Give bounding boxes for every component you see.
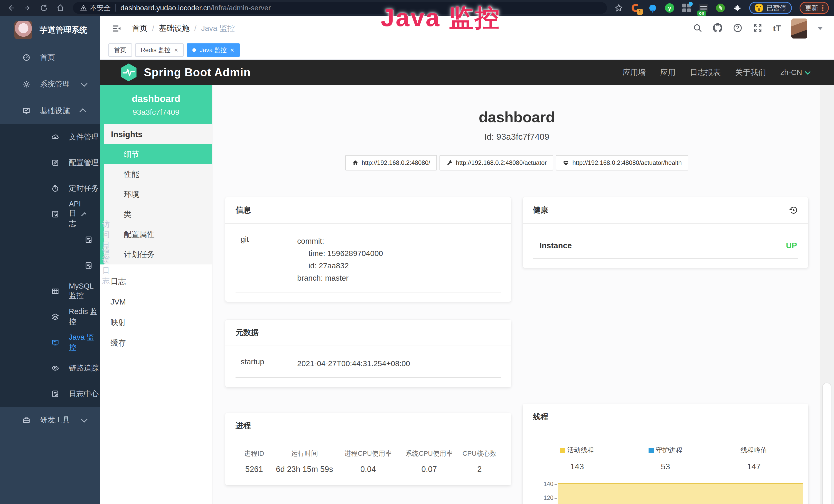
search-icon[interactable] xyxy=(693,23,702,34)
extension-grid-icon[interactable] xyxy=(681,3,692,13)
tab-redis-monitor[interactable]: Redis 监控 × xyxy=(135,43,184,57)
browser-menu-dots-icon[interactable] xyxy=(822,5,824,11)
sidebar-item-access-log[interactable]: 访问日志 xyxy=(0,227,100,253)
paused-extension-pill[interactable]: 已暂停 xyxy=(749,2,792,14)
sidebar-item-label: 日志中心 xyxy=(69,389,98,399)
browser-home-button[interactable] xyxy=(54,2,66,14)
log-edit-icon xyxy=(85,261,92,269)
screenshot-annotation: Java 监控 xyxy=(381,2,501,35)
sidebar-item-scheduled-jobs[interactable]: 定时任务 xyxy=(0,176,100,201)
sba-menu-scheduled-tasks[interactable]: 计划任务 xyxy=(104,245,212,265)
sba-menu-logfile[interactable]: 日志 xyxy=(100,271,212,292)
eye-icon xyxy=(51,364,59,372)
url-path: /infra/admin-server xyxy=(211,4,271,12)
browser-update-button[interactable]: 更新 xyxy=(799,2,829,14)
sidebar-item-redis-monitor[interactable]: Redis 监控 xyxy=(0,304,100,330)
sba-iframe: Spring Boot Admin 应用墙 应用 日志报表 关于我们 zh-CN xyxy=(100,60,834,504)
service-url-button[interactable]: http://192.168.0.2:48080/ xyxy=(345,155,437,170)
sidebar-item-mysql-monitor[interactable]: MySQL 监控 xyxy=(0,278,100,304)
home-icon xyxy=(352,159,358,166)
process-col-pid: 进程ID xyxy=(236,448,273,461)
extension-y-icon[interactable]: y xyxy=(664,3,675,13)
fullscreen-icon[interactable] xyxy=(753,23,763,34)
info-value: commit: time: 1596289704000 id: 27aa832 … xyxy=(297,235,383,284)
sidebar-item-api-log[interactable]: API 日志 xyxy=(0,201,100,227)
sidebar-item-java-monitor[interactable]: Java 监控 xyxy=(0,330,100,356)
extension-sprout-icon[interactable] xyxy=(715,3,726,13)
browser-address-bar[interactable]: 不安全 dashboard.yudao.iocoder.cn /infra/ad… xyxy=(73,2,607,14)
help-icon[interactable] xyxy=(733,23,743,34)
monitor-chart-icon xyxy=(23,107,30,115)
git-branch-line: branch: master xyxy=(297,272,383,284)
sba-instance-name: dashboard xyxy=(103,93,209,104)
extensions-puzzle-icon[interactable] xyxy=(732,3,743,13)
sidebar-item-label: Java 监控 xyxy=(69,332,100,353)
sidebar-item-error-log[interactable]: 错误日志 xyxy=(0,253,100,278)
font-size-icon[interactable]: tT xyxy=(773,23,781,33)
metadata-card-title: 元数据 xyxy=(236,327,259,338)
browser-back-button[interactable] xyxy=(5,2,17,14)
sba-menu-jvm[interactable]: JVM xyxy=(100,292,212,312)
tab-java-monitor[interactable]: Java 监控 × xyxy=(187,43,240,57)
sidebar-item-home[interactable]: 首页 xyxy=(0,44,100,71)
chart-plot-area xyxy=(557,481,804,504)
actuator-url-button[interactable]: http://192.168.0.2:48080/actuator xyxy=(439,155,553,170)
sba-language-selector[interactable]: zh-CN xyxy=(780,68,809,77)
browser-forward-button[interactable] xyxy=(22,2,34,14)
avatar-caret-icon[interactable] xyxy=(817,27,823,30)
sidebar-item-infrastructure[interactable]: 基础设施 xyxy=(0,97,100,124)
sba-menu-details[interactable]: 细节 xyxy=(104,144,212,164)
sidebar-item-tracing[interactable]: 链路追踪 xyxy=(0,356,100,381)
breadcrumb-separator: / xyxy=(194,24,196,33)
blue-swatch-icon xyxy=(649,448,654,453)
health-url-button[interactable]: http://192.168.0.2:48080/actuator/health xyxy=(556,155,688,170)
process-pid-value: 5261 xyxy=(236,461,273,476)
sidebar-item-config-mgmt[interactable]: 配置管理 xyxy=(0,150,100,176)
sba-brand-title: Spring Boot Admin xyxy=(144,66,251,79)
sba-menu-classes[interactable]: 类 xyxy=(104,204,212,224)
cloud-upload-icon xyxy=(51,133,59,141)
chevron-down-icon xyxy=(81,416,87,422)
breadcrumb-home[interactable]: 首页 xyxy=(132,23,148,33)
breadcrumb-infra[interactable]: 基础设施 xyxy=(159,23,190,33)
security-status-label[interactable]: 不安全 xyxy=(90,3,111,13)
sba-instance-header[interactable]: dashboard 93a3fc7f7409 xyxy=(100,85,212,124)
sba-brand[interactable]: Spring Boot Admin xyxy=(120,63,251,82)
history-icon[interactable] xyxy=(789,206,798,215)
tab-label: Redis 监控 xyxy=(141,46,171,54)
process-col-uptime: 运行时间 xyxy=(273,448,336,461)
app-logo-row[interactable]: 芋道管理系统 xyxy=(0,16,100,44)
sba-menu-mappings[interactable]: 映射 xyxy=(100,312,212,333)
sba-nav-applications[interactable]: 应用 xyxy=(660,67,676,78)
sba-menu-caches[interactable]: 缓存 xyxy=(100,333,212,353)
extension-on-switch-icon[interactable]: on xyxy=(698,3,709,13)
actuator-url-label: http://192.168.0.2:48080/actuator xyxy=(456,159,547,166)
sidebar-item-file-mgmt[interactable]: 文件管理 xyxy=(0,124,100,150)
avatar[interactable] xyxy=(791,19,807,39)
sba-nav-about[interactable]: 关于我们 xyxy=(735,67,766,78)
info-key: git xyxy=(241,235,297,284)
sidebar-item-log-center[interactable]: 日志中心 xyxy=(0,381,100,407)
sba-menu-environment[interactable]: 环境 xyxy=(104,184,212,204)
sba-nav-journal[interactable]: 日志报表 xyxy=(690,67,721,78)
sidebar-collapse-icon[interactable] xyxy=(111,23,122,33)
tab-home[interactable]: 首页 xyxy=(108,43,132,57)
sba-nav-wallboard[interactable]: 应用墙 xyxy=(622,67,646,78)
sba-menu-metrics[interactable]: 性能 xyxy=(104,164,212,184)
layers-icon xyxy=(51,313,59,321)
sba-menu-config-props[interactable]: 配置属性 xyxy=(104,224,212,245)
extension-colorzilla-icon[interactable]: 1 xyxy=(631,3,641,13)
extension-pin-icon[interactable] xyxy=(648,3,658,13)
bookmark-star-icon[interactable] xyxy=(614,3,624,13)
paused-label: 已暂停 xyxy=(766,4,787,13)
page-title: dashboard xyxy=(225,108,808,125)
sidebar-item-system-mgmt[interactable]: 系统管理 xyxy=(0,71,100,97)
content-scrollbar-track[interactable] xyxy=(820,85,834,504)
sidebar-item-dev-tools[interactable]: 研发工具 xyxy=(0,407,100,433)
sba-topbar: Spring Boot Admin 应用墙 应用 日志报表 关于我们 zh-CN xyxy=(100,60,834,85)
browser-reload-button[interactable] xyxy=(38,2,50,14)
close-icon[interactable]: × xyxy=(174,46,178,54)
content-scrollbar-thumb[interactable] xyxy=(822,383,831,504)
close-icon[interactable]: × xyxy=(231,46,234,54)
github-icon[interactable] xyxy=(713,23,723,34)
